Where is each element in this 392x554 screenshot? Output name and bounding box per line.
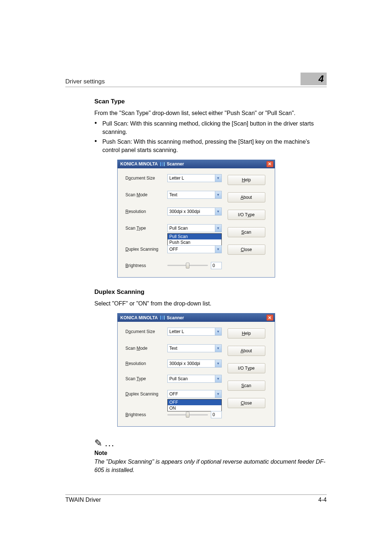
- scanner-dialog-duplex: KONICA MINOLTA Scanner ✕ Document Size L…: [117, 313, 275, 427]
- combo-scan-mode[interactable]: Text ▼: [167, 191, 222, 199]
- chevron-down-icon: ▼: [215, 175, 221, 182]
- label-scan-mode: Scan Mode: [126, 192, 167, 197]
- para-duplex-scanning: Select "OFF" or "ON" from the drop-down …: [94, 299, 327, 308]
- brand-name: KONICA MINOLTA: [121, 161, 158, 167]
- brand-stripes-icon: [160, 162, 165, 166]
- para-scan-type: From the "Scan Type" drop-down list, sel…: [94, 109, 327, 117]
- chevron-down-icon: ▼: [215, 360, 221, 367]
- combo-option[interactable]: OFF: [168, 399, 221, 405]
- io-type-button[interactable]: I/O Type: [228, 363, 265, 373]
- footer-right: 4-4: [318, 497, 327, 503]
- chevron-down-icon: ▼: [215, 390, 221, 398]
- combo-scan-mode[interactable]: Text ▼: [167, 344, 222, 352]
- heading-scan-type: Scan Type: [94, 98, 327, 105]
- close-button[interactable]: Close: [228, 398, 265, 408]
- chevron-down-icon: ▼: [215, 208, 221, 215]
- label-brightness: Brightness: [126, 263, 167, 268]
- list-item: Pull Scan: With this scanning method, cl…: [94, 119, 327, 136]
- label-brightness: Brightness: [126, 412, 167, 417]
- combo-option[interactable]: Push Scan: [168, 239, 221, 245]
- label-resolution: Resolution: [126, 209, 167, 214]
- brand-name: KONICA MINOLTA: [121, 315, 158, 320]
- label-duplex-scanning: Duplex Scanning: [126, 247, 167, 252]
- brightness-slider[interactable]: [167, 263, 208, 268]
- slider-thumb-icon[interactable]: [186, 263, 189, 268]
- combo-duplex-scanning[interactable]: OFF ▼: [167, 390, 222, 398]
- combo-duplex-dropdown: OFF ON: [167, 399, 222, 411]
- note-hand-icon: ✎: [94, 438, 102, 449]
- chevron-down-icon: ▼: [215, 328, 221, 335]
- heading-duplex-scanning: Duplex Scanning: [94, 288, 327, 296]
- brightness-slider[interactable]: [167, 412, 208, 418]
- chapter-number: 4: [301, 73, 327, 85]
- close-button[interactable]: Close: [228, 245, 265, 255]
- chevron-down-icon: ▼: [215, 191, 221, 198]
- header-section-title: Driver settings: [65, 78, 105, 85]
- chevron-down-icon: ▼: [215, 246, 221, 253]
- list-scan-type: Pull Scan: With this scanning method, cl…: [94, 119, 327, 154]
- close-icon[interactable]: ✕: [266, 315, 273, 321]
- chapter-number-box: 4: [301, 73, 327, 85]
- about-button[interactable]: About: [228, 346, 265, 356]
- combo-resolution[interactable]: 300dpi x 300dpi ▼: [167, 360, 222, 368]
- io-type-button[interactable]: I/O Type: [228, 210, 265, 220]
- note-body: The "Duplex Scanning" is appears only if…: [94, 457, 327, 474]
- combo-scan-type-dropdown: Pull Scan Push Scan: [167, 233, 222, 246]
- chevron-down-icon: ▼: [215, 225, 221, 232]
- label-document-size: Document Size: [126, 329, 167, 334]
- page-header: Driver settings 4: [65, 73, 327, 87]
- label-scan-type: Scan Type: [126, 226, 167, 231]
- chevron-down-icon: ▼: [215, 375, 221, 382]
- brightness-input[interactable]: 0: [211, 262, 222, 269]
- dialog-title-suffix: Scanner: [167, 315, 184, 320]
- combo-scan-type[interactable]: Pull Scan ▼: [167, 224, 222, 232]
- dialog-titlebar: KONICA MINOLTA Scanner ✕: [118, 313, 275, 322]
- label-scan-type: Scan Type: [126, 376, 167, 381]
- combo-scan-type[interactable]: Pull Scan ▼: [167, 375, 222, 383]
- scanner-dialog-scan-type: KONICA MINOLTA Scanner ✕ Document Size L…: [117, 160, 275, 278]
- footer-left: TWAIN Driver: [65, 497, 101, 503]
- label-document-size: Document Size: [126, 176, 167, 181]
- combo-resolution[interactable]: 300dpi x 300dpi ▼: [167, 208, 222, 216]
- about-button[interactable]: About: [228, 192, 265, 202]
- chevron-down-icon: ▼: [215, 345, 221, 352]
- label-scan-mode: Scan Mode: [126, 346, 167, 351]
- page-footer: TWAIN Driver 4-4: [65, 495, 327, 503]
- help-button[interactable]: Help: [228, 328, 265, 338]
- slider-thumb-icon[interactable]: [186, 412, 189, 418]
- scan-button[interactable]: Scan: [228, 381, 265, 391]
- note-heading: Note: [94, 450, 327, 456]
- dialog-titlebar: KONICA MINOLTA Scanner ✕: [118, 160, 275, 168]
- close-icon[interactable]: ✕: [266, 161, 273, 167]
- list-item: Push Scan: With this scanning method, pr…: [94, 138, 327, 154]
- combo-duplex-scanning[interactable]: OFF ▼: [167, 245, 222, 253]
- combo-document-size[interactable]: Letter L ▼: [167, 174, 222, 182]
- dialog-title-suffix: Scanner: [167, 161, 184, 167]
- brightness-input[interactable]: 0: [211, 411, 222, 418]
- note-dots-icon: ...: [105, 440, 115, 449]
- note-icon-row: ✎ ...: [94, 438, 327, 449]
- label-duplex-scanning: Duplex Scanning: [126, 391, 167, 397]
- label-resolution: Resolution: [126, 361, 167, 366]
- help-button[interactable]: Help: [228, 175, 265, 185]
- combo-document-size[interactable]: Letter L ▼: [167, 328, 222, 336]
- brand-stripes-icon: [160, 316, 165, 320]
- combo-option[interactable]: Pull Scan: [168, 234, 221, 239]
- scan-button[interactable]: Scan: [228, 227, 265, 237]
- combo-option[interactable]: ON: [168, 405, 221, 411]
